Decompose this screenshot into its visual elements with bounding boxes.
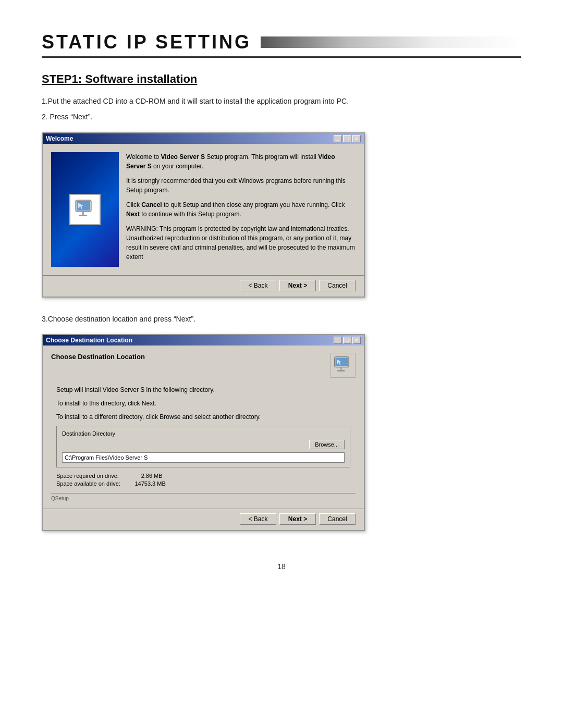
dialog1-warning: WARNING: This program is protected by co… bbox=[126, 224, 356, 262]
dialog2-p2: To install to this directory, click Next… bbox=[56, 399, 350, 408]
dialog1-p3: Click Cancel to quit Setup and then clos… bbox=[126, 200, 356, 219]
page-number: 18 bbox=[42, 562, 521, 571]
dialog2-back-button[interactable]: < Back bbox=[240, 513, 276, 525]
destination-directory-box: Destination Directory Browse... bbox=[56, 426, 350, 467]
minimize-button[interactable]: _ bbox=[334, 135, 342, 142]
dialog1-title: Welcome bbox=[46, 135, 73, 142]
dialog2-icon-box bbox=[331, 353, 356, 378]
svg-rect-8 bbox=[337, 370, 345, 372]
dialog2-close-button[interactable]: × bbox=[352, 337, 361, 344]
choose-destination-dialog: Choose Destination Location _ □ × Choose… bbox=[42, 334, 365, 531]
dialog1-p1: Welcome to Video Server S Setup program.… bbox=[126, 152, 356, 171]
step2-text: 2. Press “Next”. bbox=[42, 111, 521, 122]
titlebar-buttons: _ □ × bbox=[334, 135, 361, 142]
browse-row: Browse... bbox=[62, 440, 345, 449]
step3-text: 3.Choose destination location and press … bbox=[42, 313, 521, 325]
dest-dir-input[interactable] bbox=[62, 452, 345, 463]
maximize-button[interactable]: □ bbox=[343, 135, 351, 142]
qsetup-bar: QSetup bbox=[51, 493, 356, 501]
dialog1-p2: It is strongly recommended that you exit… bbox=[126, 176, 356, 195]
dialog2-cancel-button[interactable]: Cancel bbox=[319, 513, 356, 525]
dialog2-title: Choose Destination Location bbox=[46, 337, 132, 344]
dest-dir-input-row bbox=[62, 452, 345, 463]
svg-rect-3 bbox=[79, 215, 87, 216]
dialog1-titlebar: Welcome _ □ × bbox=[43, 133, 364, 144]
welcome-dialog: Welcome _ □ × Welco bbox=[42, 132, 365, 298]
dialog1-back-button[interactable]: < Back bbox=[240, 280, 276, 291]
space-required-row: Space required on drive: 2.86 MB bbox=[56, 473, 350, 479]
space-available-row: Space available on drive: 14753.3 MB bbox=[56, 480, 350, 487]
svg-rect-7 bbox=[340, 367, 342, 370]
dialog2-header-row: Choose Destination Location bbox=[51, 353, 356, 378]
dialog2-maximize-button[interactable]: □ bbox=[343, 337, 351, 344]
dialog2-header-text: Choose Destination Location bbox=[51, 353, 145, 361]
dialog1-icon-box bbox=[69, 194, 101, 225]
browse-button[interactable]: Browse... bbox=[309, 440, 345, 449]
qsetup-label: QSetup bbox=[51, 496, 69, 501]
dialog1-sidebar bbox=[51, 152, 119, 267]
section-heading: STEP1: Software installation bbox=[42, 72, 521, 86]
dest-dir-label: Destination Directory bbox=[62, 430, 345, 437]
dialog2-next-button[interactable]: Next > bbox=[279, 513, 316, 525]
dialog2-computer-icon bbox=[333, 355, 353, 376]
dialog1-footer: < Back Next > Cancel bbox=[43, 275, 364, 297]
step1-text: 1.Put the attached CD into a CD-ROM and … bbox=[42, 95, 521, 107]
dialog1-body: Welcome to Video Server S Setup program.… bbox=[43, 144, 364, 275]
dialog2-titlebar-buttons: _ □ × bbox=[334, 337, 361, 344]
svg-rect-2 bbox=[82, 212, 84, 215]
dialog2-content: Setup will install Video Server S in the… bbox=[51, 385, 356, 487]
page-title-section: STATIC IP SETTING bbox=[42, 31, 521, 58]
dialog2-p3: To install to a different directory, cli… bbox=[56, 412, 350, 422]
close-button[interactable]: × bbox=[352, 135, 361, 142]
dialog2-body: Choose Destination Location Setup will i… bbox=[43, 346, 364, 509]
computer-icon bbox=[74, 198, 96, 221]
dialog2-titlebar: Choose Destination Location _ □ × bbox=[43, 335, 364, 346]
dialog2-p1: Setup will install Video Server S in the… bbox=[56, 385, 350, 394]
dialog2-footer: < Back Next > Cancel bbox=[43, 509, 364, 530]
dialog1-next-button[interactable]: Next > bbox=[279, 280, 316, 291]
page-title: STATIC IP SETTING bbox=[42, 31, 251, 53]
dialog1-cancel-button[interactable]: Cancel bbox=[319, 280, 356, 291]
title-bar-decoration bbox=[261, 36, 521, 48]
dialog1-content: Welcome to Video Server S Setup program.… bbox=[126, 152, 356, 267]
dialog2-minimize-button[interactable]: _ bbox=[334, 337, 342, 344]
